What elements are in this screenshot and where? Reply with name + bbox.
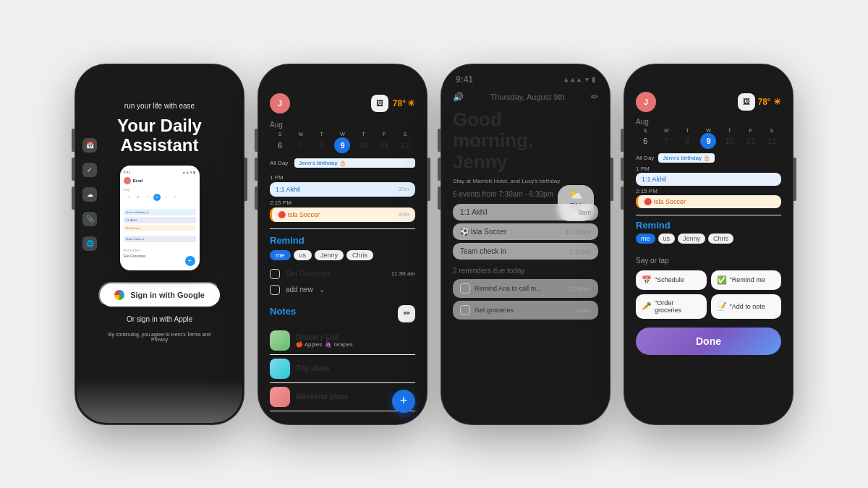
birthday-event[interactable]: Jenn's birthday 🎂 [294, 158, 415, 168]
remind-item-groceries: Get Groceries 11:30 am [270, 266, 415, 282]
p4-temperature: 78° ☀ [758, 97, 782, 107]
sidebar-icons: 📅 ✓ ☁ 📎 🌐 [82, 138, 97, 251]
done-button[interactable]: Done [636, 328, 781, 355]
p3-event-soccer[interactable]: ⚽ Isla Soccer 11:30am [453, 223, 598, 240]
p4-chip-us[interactable]: us [658, 234, 676, 244]
p4-allday-lbl: All Day [636, 155, 654, 161]
p4-remind-title: Remind [636, 220, 781, 231]
rem-check-2[interactable] [460, 305, 470, 315]
p4-remind-chips: me us Jenny Chris [636, 234, 781, 244]
p2-temperature: 78° ☀ [393, 98, 415, 108]
p3-event-akhil[interactable]: 1:1 Akhil 9am [453, 204, 598, 221]
note-title-grocery: Grocery List [296, 333, 415, 341]
event2-dur: 20m [398, 211, 409, 218]
cal-day-2[interactable]: T 8 [312, 132, 332, 153]
p4-header: J Jenny 🖼 78° ☀ [626, 87, 791, 116]
p4-events: 1 PM 1:1 Akhil 2:15 PM 🔴 Isla Soccer [626, 164, 791, 212]
cal-day-4[interactable]: T 10 [353, 132, 373, 153]
p4-chip-chris[interactable]: Chris [708, 234, 733, 244]
rem-check-1[interactable] [460, 283, 470, 294]
p4-action-schedule[interactable]: 📅 "Schedule [636, 270, 707, 290]
battery-icon-1: ▮ [225, 75, 229, 83]
cal-day-5[interactable]: F 11 [374, 132, 394, 153]
cal-day-6[interactable]: S 12 [395, 132, 415, 153]
chip-jenny[interactable]: Jenny [315, 250, 344, 260]
p3-stay-text: Stay at Marriott Hotel, and Lucy's birth… [453, 178, 598, 184]
cal-day-0[interactable]: S 6 [270, 132, 290, 153]
p4-cal-d0[interactable]: S 6 [636, 128, 655, 149]
google-logo-icon [114, 290, 124, 300]
sun-icon-4: ☀ [773, 97, 781, 107]
p4-cal-d2[interactable]: T 8 [678, 128, 697, 149]
p3-edit-icon[interactable]: ✏ [591, 92, 598, 102]
event1-name: 1:1 Akhil [276, 186, 300, 193]
add-fab-button[interactable]: + [392, 390, 415, 413]
chip-chris[interactable]: Chris [346, 250, 373, 260]
speaker-icon[interactable]: 🔊 [453, 92, 464, 102]
event1-dur: 30m [398, 186, 409, 192]
p3-content: 🔊 Thursday, August 9th ✏ Goodmorning,Jen… [443, 87, 608, 320]
status-icons-4: ▲▲▲ ▾ ▮ [746, 76, 778, 83]
p2-calendar: Aug S 6 M 7 T 8 [260, 118, 425, 156]
sidebar-cloud-icon[interactable]: ☁ [82, 187, 97, 202]
wifi-icon-1: ▾ [218, 75, 222, 83]
p4-cal-d3-today[interactable]: W 9 [699, 128, 718, 149]
sidebar-check-icon[interactable]: ✓ [82, 163, 97, 177]
note-info-grocery: Grocery List 🍎 Apples 🍇 Grapes [296, 333, 415, 348]
sidebar-clip-icon[interactable]: 📎 [82, 212, 97, 226]
add-new-chevron: ⌄ [319, 286, 325, 294]
sidebar-globe-icon[interactable]: 🌐 [82, 236, 97, 251]
p4-cal-d5[interactable]: F 11 [741, 128, 760, 149]
p4-chip-me[interactable]: me [636, 234, 655, 244]
remind-checkbox-1[interactable] [270, 269, 280, 279]
p2-events: 1 PM 1:1 Akhil 30m 2:15 PM 🔴 Isla Soccer… [260, 170, 425, 226]
battery-icon-2: ▮ [409, 76, 412, 83]
chip-me[interactable]: me [270, 250, 291, 260]
note-thumb-grocery [270, 330, 290, 351]
google-signin-button[interactable]: Sign in with Google [98, 282, 221, 308]
p4-event-akhil[interactable]: 1:1 Akhil [636, 173, 781, 186]
p4-cal-d4[interactable]: T 10 [720, 128, 739, 149]
remind-chips: me us Jenny Chris [270, 250, 415, 260]
chip-us[interactable]: us [294, 250, 312, 260]
status-icons-2: ▲▲▲ ▾ ▮ [380, 76, 412, 83]
note-trip[interactable]: Trip ideas [270, 355, 415, 383]
status-icons-3: ▲▲▲ ▾ ▮ [563, 76, 595, 83]
battery-icon-3: ▮ [592, 76, 595, 83]
dynamic-island-3 [497, 73, 555, 92]
p4-action-remind[interactable]: ✅ "Remind me [711, 270, 782, 290]
p4-assistant-section: Say or tap 📅 "Schedule ✅ "Remind me 🥕 [626, 251, 791, 416]
sidebar-cal-icon[interactable]: 📅 [82, 138, 97, 153]
terms-text: By continuing, you agree to Hero's Terms… [102, 332, 218, 342]
note-grocery[interactable]: Grocery List 🍎 Apples 🍇 Grapes [270, 327, 415, 355]
temp-value-4: 78° [758, 97, 771, 107]
p4-action-groceries[interactable]: 🥕 "Order groceries [636, 294, 707, 319]
remind-add-new[interactable]: add new ⌄ [270, 282, 415, 298]
p4-event-soccer[interactable]: 🔴 Isla Soccer [636, 195, 781, 208]
phones-container: 9:41 ▲▲▲ ▾ ▮ 📅 ✓ ☁ 📎 🌐 run your life wit… [60, 49, 808, 440]
p4-chip-jenny[interactable]: Jenny [678, 234, 705, 244]
p3-reminder-1[interactable]: Remind Ana to call m... 11:30am [453, 279, 598, 298]
apple-signin-label[interactable]: Or sign in with Apple [127, 315, 192, 323]
notes-edit-icon[interactable]: ✏ [398, 305, 415, 322]
cal-day-1[interactable]: M 7 [291, 132, 311, 153]
event-1-1-akhil[interactable]: 1:1 Akhil 30m [270, 182, 415, 197]
phone1-content: run your life with ease Your DailyAssist… [77, 87, 242, 416]
cal-day-3-today[interactable]: W 9 [332, 132, 352, 153]
p4-action-note[interactable]: 📝 "Add to note [711, 294, 782, 319]
p2-photo-icon[interactable]: 🖼 [371, 95, 388, 112]
p4-cal-d1[interactable]: M 7 [657, 128, 676, 149]
mini-phone-mockup: 9:41 ▲▲ ▾ ▮ Brad Aug S M T 9 [120, 166, 200, 270]
p3-event-team[interactable]: Team check in 1:30pm [453, 243, 598, 260]
rem-text-1: Remind Ana to call m... [475, 285, 564, 292]
p4-cal-d6[interactable]: S 12 [762, 128, 781, 149]
event-isla-soccer[interactable]: 🔴 Isla Soccer 20m [270, 207, 415, 222]
birthday-text: Jenn's birthday 🎂 [299, 160, 346, 166]
note-thumb-weekend [270, 387, 290, 407]
p4-birthday-tag[interactable]: Jenn's birthday 🎂 [658, 153, 715, 163]
dynamic-island-1 [131, 73, 189, 92]
p4-photo-icon[interactable]: 🖼 [738, 93, 755, 111]
rem-time-1: 11:30am [569, 286, 591, 292]
p3-reminder-2[interactable]: Get groceries today [453, 301, 598, 320]
status-icons-1: ▲▲▲ ▾ ▮ [194, 75, 229, 83]
